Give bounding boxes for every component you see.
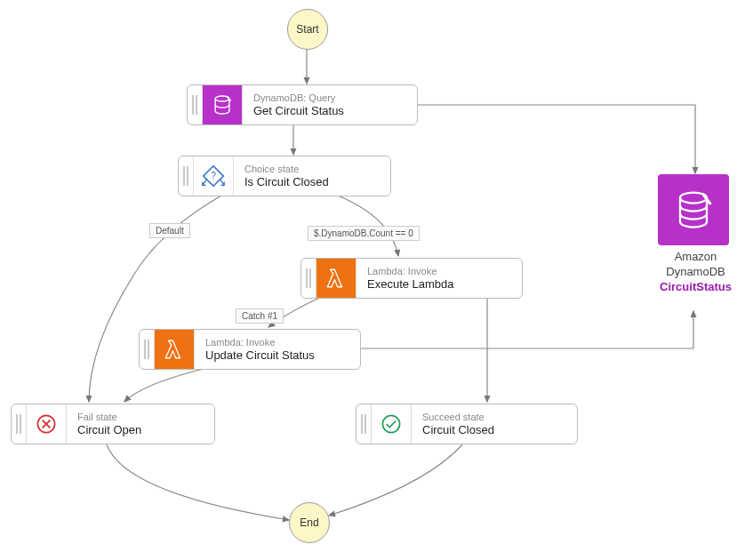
- external-dynamodb-label: Amazon DynamoDB CircuitStatus: [653, 250, 738, 295]
- edge-label-catch: Catch #1: [236, 308, 284, 324]
- end-node[interactable]: End: [289, 502, 330, 543]
- node-get-circuit-status[interactable]: DynamoDB: QueryGet Circuit Status: [187, 84, 418, 125]
- node-title: Circuit Open: [77, 423, 141, 437]
- drag-handle[interactable]: [140, 330, 155, 369]
- node-circuit-closed[interactable]: Succeed stateCircuit Closed: [356, 404, 578, 444]
- drag-handle[interactable]: [356, 404, 372, 444]
- node-is-circuit-closed[interactable]: ? Choice stateIs Circuit Closed: [178, 156, 391, 196]
- node-title: Update Circuit Status: [205, 348, 315, 363]
- node-execute-lambda[interactable]: Lambda: InvokeExecute Lambda: [300, 258, 523, 299]
- edge-update-to-dynamodb: [359, 311, 693, 348]
- node-title: Is Circuit Closed: [244, 175, 329, 189]
- fail-icon: [27, 404, 67, 444]
- edge-label-condition: $.DynamoDB.Count == 0: [308, 226, 420, 241]
- node-title: Circuit Closed: [422, 423, 494, 437]
- dynamodb-icon: [203, 85, 243, 124]
- node-subtitle: Choice state: [244, 164, 329, 175]
- external-dynamodb-icon: [658, 174, 729, 245]
- lambda-icon: [316, 259, 356, 298]
- node-circuit-open[interactable]: Fail stateCircuit Open: [11, 404, 215, 444]
- svg-text:?: ?: [211, 171, 216, 180]
- edge-label-default: Default: [149, 223, 190, 238]
- node-subtitle: Lambda: Invoke: [367, 266, 454, 277]
- edge-to-dynamodb: [418, 105, 695, 173]
- drag-handle[interactable]: [179, 156, 194, 196]
- svg-point-3: [382, 415, 399, 432]
- node-title: Get Circuit Status: [253, 104, 344, 118]
- node-subtitle: Succeed state: [422, 412, 494, 423]
- node-subtitle: Lambda: Invoke: [205, 337, 315, 348]
- choice-icon: ?: [194, 156, 234, 196]
- drag-handle[interactable]: [301, 259, 316, 298]
- succeed-icon: [372, 404, 412, 444]
- start-node[interactable]: Start: [287, 9, 328, 50]
- node-subtitle: Fail state: [77, 412, 141, 423]
- drag-handle[interactable]: [188, 85, 203, 124]
- lambda-icon: [155, 330, 195, 369]
- node-subtitle: DynamoDB: Query: [253, 92, 344, 104]
- node-title: Execute Lambda: [367, 277, 454, 292]
- drag-handle[interactable]: [12, 404, 27, 444]
- node-update-circuit-status[interactable]: Lambda: InvokeUpdate Circuit Status: [139, 329, 361, 370]
